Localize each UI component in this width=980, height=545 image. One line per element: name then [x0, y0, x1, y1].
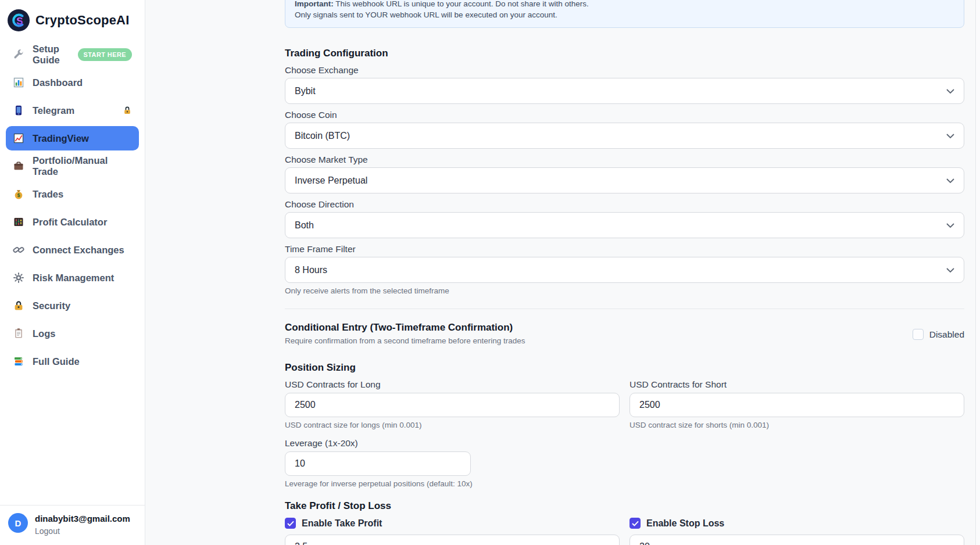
conditional-entry-subtitle: Require confirmation from a second timef…: [285, 336, 913, 346]
sidebar: S CryptoScopeAI Setup Guide START HERE D…: [0, 0, 145, 545]
leverage-label: Leverage (1x-20x): [285, 438, 964, 449]
phone-icon: [13, 105, 24, 116]
leverage-helper: Leverage for inverse perpetual positions…: [285, 479, 964, 489]
sidebar-item-security[interactable]: Security: [6, 293, 139, 318]
conditional-entry-title: Conditional Entry (Two-Timeframe Confirm…: [285, 322, 913, 334]
webhook-important-notice: Important: This webhook URL is unique to…: [285, 0, 964, 28]
cryptoscope-logo-icon: S: [7, 9, 30, 32]
sidebar-item-trades[interactable]: $ Trades: [6, 182, 139, 206]
usd-contracts-short-input[interactable]: [630, 393, 964, 417]
sidebar-item-connect-exchanges[interactable]: Connect Exchanges: [6, 238, 139, 262]
timeframe-select-value: 8 Hours: [295, 265, 327, 275]
padlock-key-icon: [13, 300, 24, 311]
direction-select-value: Both: [295, 220, 314, 231]
locked-icon: [123, 106, 132, 115]
enable-take-profit-label: Enable Take Profit: [302, 518, 382, 529]
chevron-down-icon: [946, 134, 954, 138]
brand-name: CryptoScopeAI: [35, 13, 130, 28]
chevron-down-icon: [946, 223, 954, 228]
gear-icon: [13, 272, 24, 284]
sidebar-item-telegram[interactable]: Telegram: [6, 98, 139, 123]
usd-contracts-long-label: USD Contracts for Long: [285, 379, 620, 390]
chevron-down-icon: [946, 178, 954, 183]
sidebar-item-label: Telegram: [33, 105, 74, 116]
usd-contracts-short-label: USD Contracts for Short: [630, 379, 964, 390]
chart-up-icon: [13, 132, 24, 144]
svg-text:S: S: [16, 16, 23, 27]
position-sizing-title: Position Sizing: [285, 362, 964, 374]
sidebar-item-dashboard[interactable]: Dashboard: [6, 70, 139, 95]
enable-stop-loss-label: Enable Stop Loss: [646, 518, 724, 529]
stop-loss-input[interactable]: [630, 535, 964, 545]
svg-text:$: $: [17, 192, 20, 198]
time-frame-filter-label: Time Frame Filter: [285, 244, 964, 254]
sidebar-item-full-guide[interactable]: Full Guide: [6, 349, 139, 374]
enable-take-profit-checkbox[interactable]: [285, 518, 296, 529]
sidebar-item-logs[interactable]: Logs: [6, 321, 139, 346]
usd-contracts-long-helper: USD contract size for longs (min 0.001): [285, 421, 620, 430]
section-divider: [285, 309, 964, 309]
chevron-down-icon: [946, 268, 954, 272]
sidebar-item-label: Security: [33, 300, 70, 311]
chevron-down-icon: [946, 89, 954, 94]
sidebar-item-label: Logs: [33, 328, 55, 339]
usd-contracts-long-input[interactable]: [285, 393, 620, 417]
notice-line-1-text: This webhook URL is unique to your accou…: [334, 0, 589, 8]
user-account-section: D dinabybit3@gmail.com Logout: [0, 505, 145, 545]
link-icon: [13, 244, 24, 256]
clipboard-icon: [13, 328, 24, 339]
leverage-input[interactable]: [285, 451, 471, 476]
choose-market-type-label: Choose Market Type: [285, 155, 964, 165]
start-here-badge: START HERE: [78, 48, 132, 61]
conditional-entry-state-label: Disabled: [929, 329, 964, 340]
abacus-icon: [13, 216, 24, 228]
user-email: dinabybit3@gmail.com: [35, 513, 130, 525]
sidebar-item-label: Risk Management: [33, 272, 114, 284]
sidebar-item-label: Connect Exchanges: [33, 245, 124, 256]
take-profit-input[interactable]: [285, 535, 620, 545]
logout-link[interactable]: Logout: [35, 526, 130, 536]
direction-select[interactable]: Both: [285, 212, 964, 238]
books-icon: [13, 356, 24, 367]
notice-line-2: Only signals sent to YOUR webhook URL wi…: [295, 9, 954, 20]
exchange-select-value: Bybit: [295, 86, 316, 96]
notice-important-label: Important:: [295, 0, 334, 8]
sidebar-item-label: Profit Calculator: [33, 217, 107, 228]
enable-stop-loss-checkbox[interactable]: [630, 518, 641, 529]
sidebar-item-label: Dashboard: [33, 77, 83, 88]
exchange-select[interactable]: Bybit: [285, 78, 964, 104]
sidebar-item-risk-management[interactable]: Risk Management: [6, 266, 139, 290]
notice-line-1: Important: This webhook URL is unique to…: [295, 0, 954, 9]
market-type-select[interactable]: Inverse Perpetual: [285, 167, 964, 193]
coin-select-value: Bitcoin (BTC): [295, 131, 350, 141]
timeframe-helper-text: Only receive alerts from the selected ti…: [285, 286, 964, 296]
bar-chart-icon: [13, 77, 24, 88]
choose-coin-label: Choose Coin: [285, 110, 964, 120]
vertical-scrollbar[interactable]: [975, 0, 980, 545]
sidebar-item-label: Portfolio/Manual Trade: [33, 155, 132, 177]
choose-exchange-label: Choose Exchange: [285, 65, 964, 76]
usd-contracts-short-helper: USD contract size for shorts (min 0.001): [630, 421, 964, 430]
briefcase-icon: [13, 160, 24, 172]
take-profit-stop-loss-title: Take Profit / Stop Loss: [285, 500, 964, 512]
timeframe-select[interactable]: 8 Hours: [285, 257, 964, 283]
conditional-entry-checkbox[interactable]: [913, 329, 924, 340]
sidebar-item-profit-calculator[interactable]: Profit Calculator: [6, 210, 139, 234]
main-content: Important: This webhook URL is unique to…: [145, 0, 980, 545]
sidebar-item-portfolio-manual-trade[interactable]: Portfolio/Manual Trade: [6, 154, 139, 178]
sidebar-item-label: Trades: [33, 189, 63, 200]
coin-select[interactable]: Bitcoin (BTC): [285, 123, 964, 149]
sidebar-nav: Setup Guide START HERE Dashboard Telegra…: [0, 42, 145, 374]
wrench-icon: [13, 49, 24, 60]
money-bag-icon: $: [13, 188, 24, 200]
avatar: D: [8, 513, 28, 533]
choose-direction-label: Choose Direction: [285, 199, 964, 210]
sidebar-item-label: Full Guide: [33, 356, 80, 367]
sidebar-item-label: TradingView: [33, 133, 89, 144]
market-type-select-value: Inverse Perpetual: [295, 175, 367, 186]
sidebar-item-setup-guide[interactable]: Setup Guide START HERE: [6, 42, 139, 67]
trading-configuration-title: Trading Configuration: [285, 48, 964, 59]
sidebar-item-label: Setup Guide: [33, 44, 70, 66]
brand-header: S CryptoScopeAI: [0, 8, 145, 33]
sidebar-item-tradingview[interactable]: TradingView: [6, 126, 139, 150]
